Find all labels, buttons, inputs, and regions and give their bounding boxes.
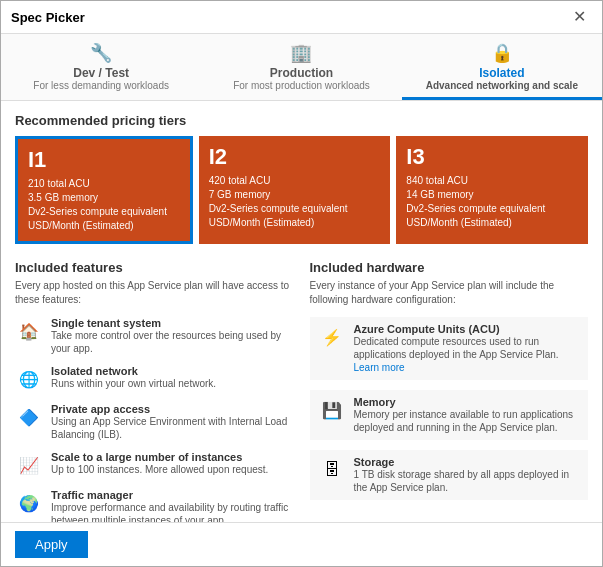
single-tenant-name: Single tenant system: [51, 317, 294, 329]
isolated-network-desc: Runs within your own virtual network.: [51, 377, 216, 390]
storage-name: Storage: [354, 456, 581, 468]
tab-production[interactable]: 🏢 Production For most production workloa…: [201, 34, 401, 100]
spec-picker-window: Spec Picker ✕ 🔧 Dev / Test For less dema…: [0, 0, 603, 567]
tab-dev-test-title: Dev / Test: [73, 66, 129, 80]
isolated-network-icon: 🌐: [15, 365, 43, 393]
isolated-network-name: Isolated network: [51, 365, 216, 377]
window-title: Spec Picker: [11, 10, 85, 25]
pricing-section: Recommended pricing tiers I1 210 total A…: [15, 113, 588, 244]
apply-button[interactable]: Apply: [15, 531, 88, 558]
hardware-storage: 🗄 Storage 1 TB disk storage shared by al…: [310, 450, 589, 500]
tier-i1-price: USD/Month (Estimated): [28, 219, 180, 233]
tier-i1-id: I1: [28, 147, 180, 173]
main-content: Recommended pricing tiers I1 210 total A…: [1, 101, 602, 522]
single-tenant-desc: Take more control over the resources bei…: [51, 329, 294, 355]
acu-name: Azure Compute Units (ACU): [354, 323, 581, 335]
production-icon: 🏢: [290, 42, 312, 64]
traffic-manager-icon: 🌍: [15, 489, 43, 517]
private-access-desc: Using an App Service Environment with In…: [51, 415, 294, 441]
single-tenant-icon: 🏠: [15, 317, 43, 345]
acu-icon: ⚡: [318, 323, 346, 351]
details-section: Included features Every app hosted on th…: [15, 260, 588, 522]
scale-name: Scale to a large number of instances: [51, 451, 268, 463]
tab-dev-test[interactable]: 🔧 Dev / Test For less demanding workload…: [1, 34, 201, 100]
tab-isolated-subtitle: Advanced networking and scale: [426, 80, 578, 91]
title-bar: Spec Picker ✕: [1, 1, 602, 34]
hardware-acu: ⚡ Azure Compute Units (ACU) Dedicated co…: [310, 317, 589, 380]
hardware-subtitle: Every instance of your App Service plan …: [310, 279, 589, 307]
acu-desc: Dedicated compute resources used to run …: [354, 335, 581, 374]
tier-i2-price: USD/Month (Estimated): [209, 216, 381, 230]
tab-bar: 🔧 Dev / Test For less demanding workload…: [1, 34, 602, 101]
feature-traffic-manager: 🌍 Traffic manager Improve performance an…: [15, 489, 294, 522]
feature-isolated-network: 🌐 Isolated network Runs within your own …: [15, 365, 294, 393]
tier-i3-id: I3: [406, 144, 578, 170]
tier-i1[interactable]: I1 210 total ACU 3.5 GB memory Dv2-Serie…: [18, 139, 190, 241]
scale-desc: Up to 100 instances. More allowed upon r…: [51, 463, 268, 476]
pricing-tiers: I1 210 total ACU 3.5 GB memory Dv2-Serie…: [15, 136, 588, 244]
dev-test-icon: 🔧: [90, 42, 112, 64]
footer: Apply: [1, 522, 602, 566]
tab-production-title: Production: [270, 66, 333, 80]
tier-i1-acu: 210 total ACU: [28, 177, 180, 191]
isolated-icon: 🔒: [491, 42, 513, 64]
scale-icon: 📈: [15, 451, 43, 479]
tier-i1-wrapper: I1 210 total ACU 3.5 GB memory Dv2-Serie…: [15, 136, 193, 244]
acu-learn-more-link[interactable]: Learn more: [354, 362, 405, 373]
close-button[interactable]: ✕: [567, 7, 592, 27]
storage-icon: 🗄: [318, 456, 346, 484]
tier-i2-id: I2: [209, 144, 381, 170]
private-access-name: Private app access: [51, 403, 294, 415]
tier-i3-memory: 14 GB memory: [406, 188, 578, 202]
features-subtitle: Every app hosted on this App Service pla…: [15, 279, 294, 307]
tab-isolated[interactable]: 🔒 Isolated Advanced networking and scale: [402, 34, 602, 100]
tier-i1-compute: Dv2-Series compute equivalent: [28, 205, 180, 219]
tab-isolated-title: Isolated: [479, 66, 524, 80]
tab-production-subtitle: For most production workloads: [233, 80, 370, 91]
memory-name: Memory: [354, 396, 581, 408]
feature-private-access: 🔷 Private app access Using an App Servic…: [15, 403, 294, 441]
traffic-manager-name: Traffic manager: [51, 489, 294, 501]
features-title: Included features: [15, 260, 294, 275]
hardware-col: Included hardware Every instance of your…: [310, 260, 589, 522]
tier-i3[interactable]: I3 840 total ACU 14 GB memory Dv2-Series…: [396, 136, 588, 244]
feature-single-tenant: 🏠 Single tenant system Take more control…: [15, 317, 294, 355]
hardware-title: Included hardware: [310, 260, 589, 275]
private-access-icon: 🔷: [15, 403, 43, 431]
hardware-memory: 💾 Memory Memory per instance available t…: [310, 390, 589, 440]
features-col: Included features Every app hosted on th…: [15, 260, 294, 522]
tier-i2[interactable]: I2 420 total ACU 7 GB memory Dv2-Series …: [199, 136, 391, 244]
tier-i1-memory: 3.5 GB memory: [28, 191, 180, 205]
feature-scale: 📈 Scale to a large number of instances U…: [15, 451, 294, 479]
tab-dev-test-subtitle: For less demanding workloads: [33, 80, 169, 91]
tier-i3-acu: 840 total ACU: [406, 174, 578, 188]
tier-i2-acu: 420 total ACU: [209, 174, 381, 188]
traffic-manager-desc: Improve performance and availability by …: [51, 501, 294, 522]
tier-i2-compute: Dv2-Series compute equivalent: [209, 202, 381, 216]
tier-i3-price: USD/Month (Estimated): [406, 216, 578, 230]
storage-desc: 1 TB disk storage shared by all apps dep…: [354, 468, 581, 494]
pricing-section-title: Recommended pricing tiers: [15, 113, 588, 128]
tier-i2-memory: 7 GB memory: [209, 188, 381, 202]
tier-i3-compute: Dv2-Series compute equivalent: [406, 202, 578, 216]
memory-icon: 💾: [318, 396, 346, 424]
memory-desc: Memory per instance available to run app…: [354, 408, 581, 434]
